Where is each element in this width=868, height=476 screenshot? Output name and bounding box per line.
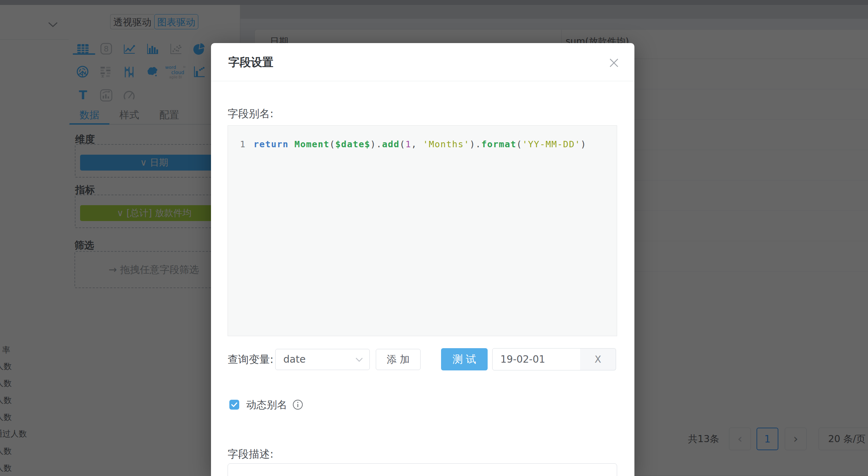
checkmark-icon (231, 402, 237, 407)
query-variable-select[interactable]: date (275, 349, 370, 370)
modal-header: 字段设置 (211, 43, 634, 81)
code-token: ( (516, 139, 522, 149)
code-token: ). (370, 139, 382, 149)
close-icon[interactable] (607, 56, 621, 70)
query-variable-label: 查询变量: (228, 348, 273, 371)
modal-title: 字段设置 (228, 43, 273, 81)
code-token: 1 (405, 139, 411, 149)
app-screen: 率人数人数人数人数通过人数人数人数 透视驱动 图表驱动 8wordcloudag… (0, 0, 868, 476)
description-label: 字段描述: (228, 447, 273, 462)
code-token: format (481, 139, 516, 149)
clear-input-button[interactable]: X (580, 348, 616, 370)
test-button[interactable]: 测 试 (441, 348, 488, 370)
chevron-down-icon (355, 357, 363, 362)
dynamic-alias-label[interactable]: 动态别名 (246, 399, 287, 410)
description-textarea[interactable] (228, 463, 617, 476)
code-editor[interactable]: 1return Moment($date$).add(1, 'Months').… (228, 125, 617, 336)
code-token: ) (581, 139, 587, 149)
code-token: return (254, 139, 295, 149)
code-token: ( (399, 139, 405, 149)
add-variable-button[interactable]: 添 加 (376, 349, 421, 370)
line-number: 1 (240, 139, 246, 149)
info-icon[interactable] (292, 399, 303, 410)
code-token: $date$ (335, 139, 370, 149)
field-settings-modal: 字段设置 字段别名: 1return Moment($date$).add(1,… (211, 43, 634, 476)
alias-label: 字段别名: (228, 107, 273, 121)
code-token: 'YY-MM-DD' (522, 139, 581, 149)
code-token: ). (470, 139, 481, 149)
code-token: ( (330, 139, 336, 149)
code-token: 'Months' (423, 139, 470, 149)
dynamic-alias-checkbox[interactable] (229, 400, 239, 410)
code-token: Moment (294, 139, 329, 149)
test-value-input[interactable] (492, 348, 580, 370)
code-token: , (411, 139, 423, 149)
code-line[interactable]: 1return Moment($date$).add(1, 'Months').… (228, 126, 617, 150)
code-token: add (382, 139, 400, 149)
